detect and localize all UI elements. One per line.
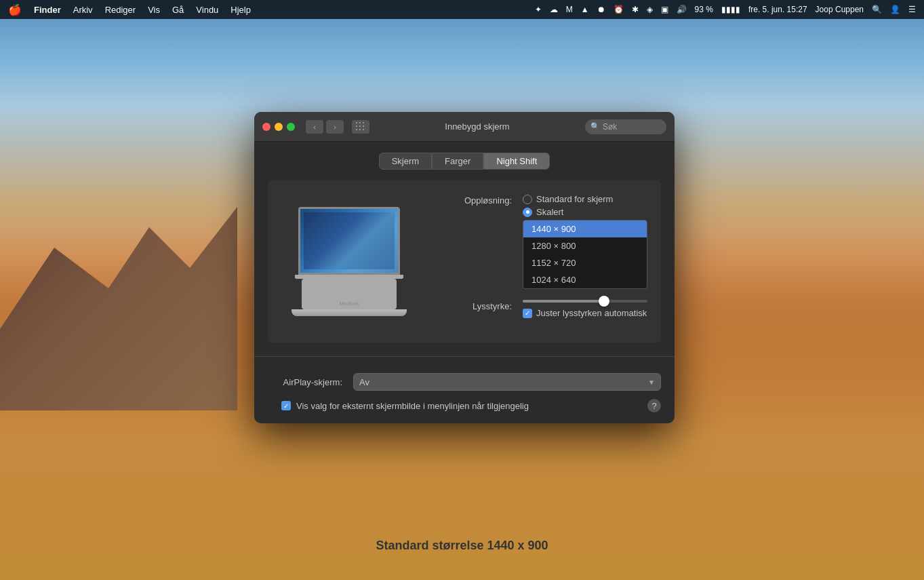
avatar-icon[interactable]: 👤 <box>890 5 900 14</box>
airplay-value: Av <box>359 377 648 387</box>
auto-brightness-label: Juster lysstyrken automatisk <box>536 308 647 318</box>
ga-menu[interactable]: Gå <box>172 5 184 15</box>
radio-scaled[interactable] <box>523 208 532 217</box>
menu-icon[interactable]: ☰ <box>908 5 916 14</box>
finder-menu[interactable]: Finder <box>34 5 61 15</box>
username[interactable]: Joop Cuppen <box>816 5 864 14</box>
volume-icon[interactable]: 🔊 <box>677 5 687 14</box>
radio-default-label: Standard for skjerm <box>536 194 613 204</box>
auto-brightness-row: Juster lysstyrken automatisk <box>523 308 647 318</box>
rediger-menu[interactable]: Rediger <box>105 5 136 15</box>
settings-controls: Oppløsning: Standard for skjerm Skalert <box>437 194 647 329</box>
mail-icon[interactable]: M <box>566 5 573 14</box>
preferences-window: ‹ › Innebygd skjerm 🔍 Søk Skjerm Farger … <box>254 112 675 423</box>
laptop-screen <box>298 207 400 275</box>
window-title: Innebygd skjerm <box>375 121 580 132</box>
bottom-checkbox-row: Vis valg for eksternt skjermbilde i meny… <box>268 399 661 412</box>
radio-scaled-label: Skalert <box>536 207 563 217</box>
search-placeholder: Søk <box>603 122 617 132</box>
laptop-keyboard <box>302 279 397 309</box>
search-icon: 🔍 <box>590 122 600 131</box>
tab-farger[interactable]: Farger <box>432 153 483 170</box>
resolution-label: Oppløsning: <box>437 194 512 206</box>
airplay-label: AirPlay-skjerm: <box>268 377 342 387</box>
main-settings-area: Oppløsning: Standard for skjerm Skalert <box>268 180 661 343</box>
vindu-menu[interactable]: Vindu <box>196 5 218 15</box>
back-button[interactable]: ‹ <box>306 120 323 134</box>
radio-scaled-row: Skalert <box>523 207 647 217</box>
grid-view-button[interactable] <box>352 120 369 134</box>
wifi-icon[interactable]: ◈ <box>647 5 653 14</box>
titlebar: ‹ › Innebygd skjerm 🔍 Søk <box>254 112 675 142</box>
arkiv-menu[interactable]: Arkiv <box>73 5 93 15</box>
brightness-slider[interactable] <box>523 300 647 303</box>
dropdown-arrow-icon: ▼ <box>648 379 655 386</box>
resolution-list: 1440 × 900 1280 × 800 1152 × 720 1024 × … <box>523 220 647 289</box>
vis-menu[interactable]: Vis <box>148 5 160 15</box>
airplay-dropdown[interactable]: Av ▼ <box>353 373 661 391</box>
brightness-controls: Juster lysstyrken automatisk <box>523 300 647 318</box>
apple-menu[interactable]: 🍎 <box>8 3 22 16</box>
battery-text: 93 % <box>695 5 713 14</box>
bluetooth-icon[interactable]: ✱ <box>632 5 639 14</box>
resolution-1152[interactable]: 1152 × 720 <box>523 254 647 271</box>
external-display-checkbox[interactable] <box>281 401 291 410</box>
laptop-preview <box>281 194 417 329</box>
brightness-row: Lysstyrke: Juster lysstyrken automatisk <box>437 300 647 318</box>
airplay-row: AirPlay-skjerm: Av ▼ <box>268 373 661 391</box>
tab-bar: Skjerm Farger Night Shift <box>268 153 661 170</box>
bottom-section: AirPlay-skjerm: Av ▼ Vis valg for ekster… <box>254 365 675 423</box>
icloud-icon[interactable]: ☁ <box>550 5 558 14</box>
brightness-label: Lysstyrke: <box>437 300 512 311</box>
maximize-button[interactable] <box>287 123 295 131</box>
footer-text: Standard størrelse 1440 x 900 <box>376 539 548 553</box>
tab-skjerm[interactable]: Skjerm <box>379 153 432 170</box>
section-divider <box>254 356 675 357</box>
resolution-1280[interactable]: 1280 × 800 <box>523 237 647 254</box>
battery-icon: ▮▮▮▮ <box>721 5 740 14</box>
resolution-1440[interactable]: 1440 × 900 <box>523 220 647 237</box>
datetime: fre. 5. jun. 15:27 <box>748 5 807 14</box>
record-icon[interactable]: ⏺ <box>597 5 605 14</box>
window-content: Skjerm Farger Night Shift Oppløsning: <box>254 142 675 356</box>
external-display-label: Vis valg for eksternt skjermbilde i meny… <box>296 401 642 411</box>
search-box[interactable]: 🔍 Søk <box>585 119 666 134</box>
forward-button[interactable]: › <box>326 120 344 134</box>
resolution-1024[interactable]: 1024 × 640 <box>523 271 647 288</box>
resolution-row: Oppløsning: Standard for skjerm Skalert <box>437 194 647 289</box>
dropbox-icon[interactable]: ✦ <box>535 5 542 14</box>
menubar: 🍎 Finder Arkiv Rediger Vis Gå Vindu Hjel… <box>0 0 924 19</box>
warning-icon[interactable]: ▲ <box>581 5 589 14</box>
time-machine-icon[interactable]: ⏰ <box>614 5 624 14</box>
radio-default[interactable] <box>523 195 532 204</box>
help-button[interactable]: ? <box>647 399 661 412</box>
radio-default-row: Standard for skjerm <box>523 194 647 204</box>
close-button[interactable] <box>262 123 270 131</box>
auto-brightness-checkbox[interactable] <box>523 309 532 318</box>
laptop-base <box>292 309 407 316</box>
minimize-button[interactable] <box>275 123 283 131</box>
tab-night-shift[interactable]: Night Shift <box>483 153 550 170</box>
nav-buttons: ‹ › <box>306 120 344 134</box>
traffic-lights <box>262 123 295 131</box>
search-icon[interactable]: 🔍 <box>872 5 882 14</box>
resolution-controls: Standard for skjerm Skalert 1440 × 900 1… <box>523 194 647 289</box>
display-icon[interactable]: ▣ <box>661 5 668 14</box>
hjelp-menu[interactable]: Hjelp <box>230 5 251 15</box>
